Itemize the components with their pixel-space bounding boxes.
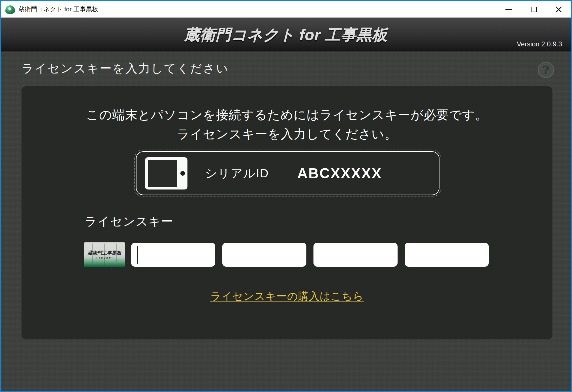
license-key-input-4[interactable] <box>405 243 489 267</box>
app-helmet-icon <box>5 5 15 14</box>
license-card-image: 蔵衛門工事黒板 ライセンスキー <box>84 242 125 267</box>
license-key-segment-1 <box>131 243 215 267</box>
license-panel: この端末とパソコンを接続するためにはライセンスキーが必要です。 ライセンスキーを… <box>22 86 552 339</box>
help-button[interactable]: ? <box>538 62 554 78</box>
serial-id-box: シリアルID ABCXXXXX <box>136 151 439 195</box>
tablet-icon <box>145 157 187 189</box>
maximize-icon <box>531 7 537 12</box>
license-key-segment-3 <box>313 243 398 267</box>
tablet-screen <box>148 160 177 187</box>
minimize-icon <box>505 9 512 10</box>
close-button[interactable] <box>546 1 571 18</box>
license-key-input-3[interactable] <box>313 243 398 267</box>
text-caret <box>137 246 138 264</box>
license-key-segment-4 <box>405 243 489 267</box>
maximize-button[interactable] <box>521 1 546 18</box>
serial-id-label: シリアルID <box>205 165 269 181</box>
window-title: 蔵衛門コネクト for 工事黒板 <box>18 5 98 14</box>
license-key-segment-2 <box>222 243 306 267</box>
app-window: 蔵衛門コネクト for 工事黒板 蔵衛門コネクト for 工事黒板 Versio… <box>0 0 572 392</box>
app-body: ライセンスキーを入力してください ? この端末とパソコンを接続するためにはライセ… <box>1 51 571 391</box>
close-icon <box>555 6 562 13</box>
instruction-line1: この端末とパソコンを接続するためにはライセンスキーが必要です。 <box>22 107 552 123</box>
tablet-home-button-dot <box>180 171 185 176</box>
page-title: ライセンスキーを入力してください <box>22 61 229 76</box>
license-key-label: ライセンスキー <box>85 214 174 229</box>
serial-id-value: ABCXXXXX <box>297 165 382 182</box>
license-key-row: 蔵衛門工事黒板 ライセンスキー <box>84 242 489 267</box>
minimize-button[interactable] <box>496 1 521 18</box>
purchase-license-link[interactable]: ライセンスキーの購入はこちら <box>210 290 364 302</box>
app-logo: 蔵衛門コネクト for 工事黒板 <box>1 25 571 46</box>
license-card-subtitle: ライセンスキー <box>95 256 114 260</box>
purchase-link-wrapper: ライセンスキーの購入はこちら <box>22 289 552 303</box>
question-mark-icon: ? <box>543 63 549 77</box>
version-label: Version 2.0.9.3 <box>517 40 562 48</box>
license-card-title: 蔵衛門工事黒板 <box>88 250 121 256</box>
app-header: 蔵衛門コネクト for 工事黒板 Version 2.0.9.3 <box>1 18 571 51</box>
license-key-input-2[interactable] <box>222 243 306 267</box>
license-key-input-1[interactable] <box>131 243 215 267</box>
instruction-line2: ライセンスキーを入力してください。 <box>22 126 552 143</box>
titlebar: 蔵衛門コネクト for 工事黒板 <box>1 0 571 18</box>
window-controls <box>496 1 571 18</box>
